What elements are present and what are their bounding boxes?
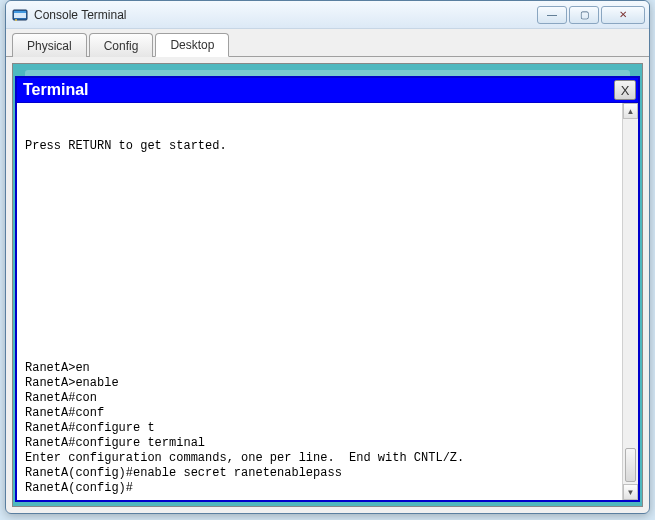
terminal-output-top: Press RETURN to get started.: [25, 109, 614, 154]
terminal-output-spacer: [25, 154, 614, 361]
close-icon: ✕: [619, 9, 627, 20]
terminal-titlebar[interactable]: Terminal X: [17, 78, 638, 102]
app-icon: [12, 7, 28, 23]
tab-desktop[interactable]: Desktop: [155, 33, 229, 57]
chevron-down-icon: ▼: [627, 488, 635, 497]
tab-label: Desktop: [170, 38, 214, 52]
minimize-icon: —: [547, 9, 557, 20]
svg-point-3: [15, 19, 17, 21]
terminal-scrollbar[interactable]: ▲ ▼: [622, 103, 638, 500]
terminal-output-bottom: RanetA>en RanetA>enable RanetA#con Ranet…: [25, 361, 614, 496]
terminal-close-button[interactable]: X: [614, 80, 636, 100]
chevron-up-icon: ▲: [627, 107, 635, 116]
tab-physical[interactable]: Physical: [12, 33, 87, 57]
tab-label: Physical: [27, 39, 72, 53]
tab-label: Config: [104, 39, 139, 53]
maximize-button[interactable]: ▢: [569, 6, 599, 24]
tab-strip: Physical Config Desktop: [6, 29, 649, 57]
tab-config[interactable]: Config: [89, 33, 154, 57]
svg-rect-2: [14, 11, 26, 13]
window-title: Console Terminal: [34, 8, 537, 22]
terminal-body-wrap: Press RETURN to get started. RanetA>en R…: [17, 102, 638, 500]
minimize-button[interactable]: —: [537, 6, 567, 24]
scroll-up-button[interactable]: ▲: [623, 103, 638, 119]
desktop-area: Terminal X Press RETURN to get started. …: [12, 63, 643, 507]
scroll-thumb[interactable]: [625, 448, 636, 482]
terminal-output[interactable]: Press RETURN to get started. RanetA>en R…: [17, 103, 622, 500]
terminal-window: Terminal X Press RETURN to get started. …: [15, 76, 640, 502]
window-titlebar[interactable]: Console Terminal — ▢ ✕: [6, 1, 649, 29]
scroll-down-button[interactable]: ▼: [623, 484, 638, 500]
maximize-icon: ▢: [580, 9, 589, 20]
console-terminal-window: Console Terminal — ▢ ✕ Physical Config D…: [5, 0, 650, 514]
terminal-title: Terminal: [23, 81, 614, 99]
close-icon: X: [621, 83, 630, 98]
close-button[interactable]: ✕: [601, 6, 645, 24]
window-controls: — ▢ ✕: [537, 6, 645, 24]
